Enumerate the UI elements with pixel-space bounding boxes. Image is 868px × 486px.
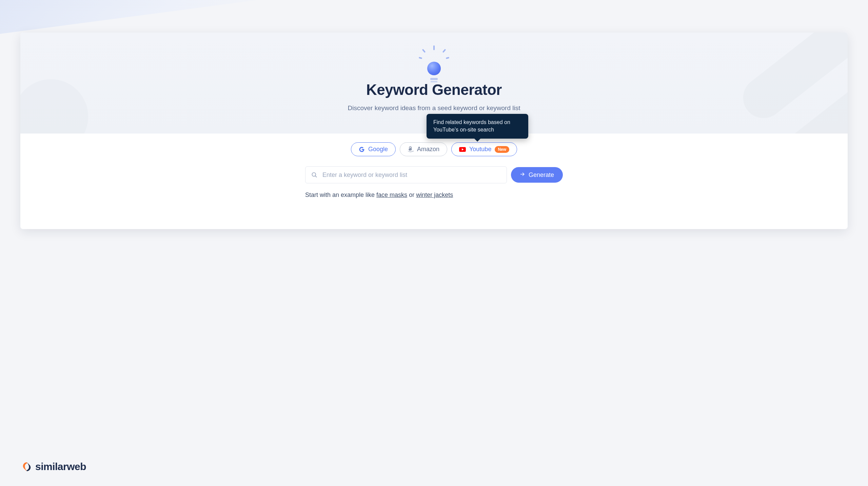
generate-button[interactable]: Generate — [511, 167, 563, 183]
brand-logo: similarweb — [22, 461, 86, 472]
keyword-generator-card: Keyword Generator Discover keyword ideas… — [20, 33, 848, 229]
source-selector-row: Google Amazon Youtube New — [351, 142, 517, 156]
examples-prefix: Start with an example like — [305, 191, 376, 198]
brand-name: similarweb — [35, 461, 86, 472]
source-chip-youtube[interactable]: Youtube New — [451, 142, 517, 156]
youtube-tooltip: Find related keywords based on YouTube's… — [427, 114, 528, 139]
bg-decor-triangle — [0, 0, 258, 34]
examples-middle: or — [407, 191, 416, 198]
generate-button-label: Generate — [529, 171, 554, 179]
similarweb-icon — [22, 462, 32, 472]
arrow-right-icon — [520, 171, 525, 179]
source-chip-label: Youtube — [469, 146, 491, 153]
source-chip-label: Google — [368, 146, 388, 153]
youtube-icon — [459, 147, 466, 152]
new-badge: New — [495, 146, 509, 153]
search-row: Generate — [305, 166, 563, 183]
source-chip-google[interactable]: Google — [351, 142, 396, 156]
source-chip-label: Amazon — [417, 146, 439, 153]
hero-decor-circle — [20, 79, 88, 134]
page-title: Keyword Generator — [366, 81, 502, 98]
example-link-face-masks[interactable]: face masks — [376, 191, 407, 198]
source-chip-amazon[interactable]: Amazon — [400, 142, 447, 156]
card-body: Google Amazon Youtube New — [20, 134, 848, 199]
example-link-winter-jackets[interactable]: winter jackets — [416, 191, 453, 198]
keyword-input[interactable] — [322, 171, 501, 179]
keyword-search-box[interactable] — [305, 166, 507, 183]
page-subtitle: Discover keyword ideas from a seed keywo… — [348, 104, 520, 112]
amazon-icon — [408, 146, 414, 153]
svg-line-2 — [315, 176, 317, 177]
search-icon — [311, 171, 318, 178]
lightbulb-icon — [420, 47, 448, 75]
google-icon — [359, 146, 365, 153]
examples-hint: Start with an example like face masks or… — [305, 191, 563, 199]
